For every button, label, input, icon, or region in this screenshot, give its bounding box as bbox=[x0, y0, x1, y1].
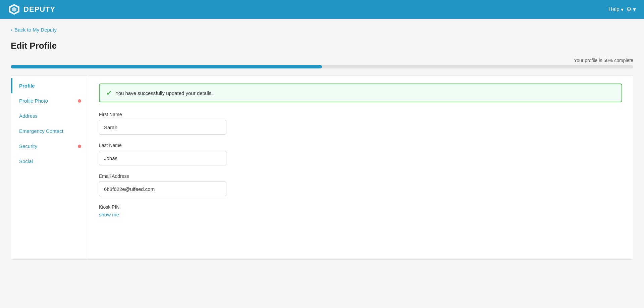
sidebar-item-social[interactable]: Social bbox=[11, 154, 88, 169]
progress-bar-background bbox=[11, 65, 633, 68]
logo-text: DEPUTY bbox=[23, 5, 55, 14]
header-actions: Help ▾ ⚙ ▾ bbox=[608, 6, 636, 13]
success-message: You have successfully updated your detai… bbox=[115, 90, 213, 96]
first-name-group: First Name bbox=[99, 112, 622, 135]
progress-label: Your profile is 50% complete bbox=[11, 58, 633, 63]
sidebar-security-label: Security bbox=[19, 143, 37, 149]
sidebar-item-profile[interactable]: Profile bbox=[11, 78, 88, 93]
email-input[interactable] bbox=[99, 182, 226, 196]
help-label: Help bbox=[608, 6, 620, 12]
profile-photo-dot bbox=[78, 99, 81, 103]
back-link-label: Back to My Deputy bbox=[14, 27, 57, 33]
sidebar-item-address[interactable]: Address bbox=[11, 108, 88, 123]
kiosk-pin-label: Kiosk PIN bbox=[99, 204, 622, 210]
back-chevron-icon: ‹ bbox=[11, 27, 12, 33]
progress-bar-fill bbox=[11, 65, 322, 68]
sidebar-address-label: Address bbox=[19, 113, 38, 119]
sidebar-item-profile-photo[interactable]: Profile Photo bbox=[11, 93, 88, 108]
back-link[interactable]: ‹ Back to My Deputy bbox=[11, 27, 633, 33]
form-area: ✔ You have successfully updated your det… bbox=[88, 75, 633, 259]
sidebar-social-label: Social bbox=[19, 158, 33, 164]
help-chevron-icon: ▾ bbox=[621, 6, 624, 13]
sidebar-profile-photo-label: Profile Photo bbox=[19, 98, 48, 104]
settings-chevron-icon: ▾ bbox=[633, 6, 636, 13]
success-banner: ✔ You have successfully updated your det… bbox=[99, 84, 622, 102]
show-me-link[interactable]: show me bbox=[99, 212, 119, 217]
content-wrapper: Profile Profile Photo Address Emergency … bbox=[11, 75, 633, 260]
sidebar-item-emergency-contact[interactable]: Emergency Contact bbox=[11, 123, 88, 139]
first-name-input[interactable] bbox=[99, 120, 226, 135]
settings-button[interactable]: ⚙ ▾ bbox=[626, 6, 636, 13]
last-name-input[interactable] bbox=[99, 151, 226, 165]
logo: DEPUTY bbox=[8, 3, 55, 15]
last-name-group: Last Name bbox=[99, 143, 622, 165]
page-title: Edit Profile bbox=[11, 41, 633, 51]
kiosk-pin-group: Kiosk PIN show me bbox=[99, 204, 622, 218]
sidebar-nav: Profile Profile Photo Address Emergency … bbox=[11, 75, 88, 259]
sidebar-item-security[interactable]: Security bbox=[11, 139, 88, 154]
deputy-logo-icon bbox=[8, 3, 20, 15]
progress-section: Your profile is 50% complete bbox=[11, 58, 633, 68]
first-name-label: First Name bbox=[99, 112, 622, 117]
help-button[interactable]: Help ▾ bbox=[608, 6, 624, 13]
main-content: ‹ Back to My Deputy Edit Profile Your pr… bbox=[0, 19, 644, 268]
sidebar-emergency-contact-label: Emergency Contact bbox=[19, 128, 63, 134]
success-check-icon: ✔ bbox=[106, 89, 112, 97]
email-group: Email Address bbox=[99, 173, 622, 196]
email-label: Email Address bbox=[99, 173, 622, 179]
sidebar-profile-label: Profile bbox=[19, 83, 35, 89]
last-name-label: Last Name bbox=[99, 143, 622, 148]
security-dot bbox=[78, 145, 81, 148]
gear-icon: ⚙ bbox=[626, 6, 632, 13]
app-header: DEPUTY Help ▾ ⚙ ▾ bbox=[0, 0, 644, 19]
